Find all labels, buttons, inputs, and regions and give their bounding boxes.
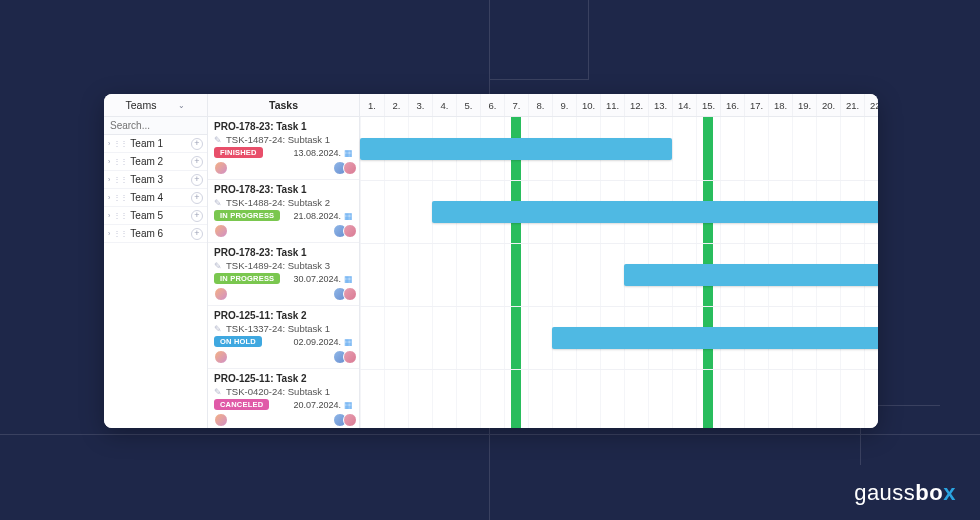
drag-grip-icon[interactable]: ⋮⋮	[113, 193, 127, 202]
day-header-17: 17.	[744, 94, 768, 116]
timeline-header: 1.2.3.4.5.6.7.8.9.10.11.12.13.14.15.16.1…	[360, 94, 878, 116]
task-title: PRO-178-23: Task 1	[214, 184, 353, 195]
task-block-2: PRO-178-23: Task 1✎TSK-1488-24: Subtask …	[208, 180, 359, 243]
day-header-22: 22.	[864, 94, 878, 116]
add-icon[interactable]: +	[191, 192, 203, 204]
watcher-avatars[interactable]	[333, 161, 353, 175]
logo: gaussbox	[854, 480, 956, 506]
gantt-bar-4[interactable]	[552, 327, 878, 349]
team-row-5[interactable]: ›⋮⋮Team 5+	[104, 207, 207, 225]
drag-grip-icon[interactable]: ⋮⋮	[113, 175, 127, 184]
team-name: Team 4	[130, 192, 188, 203]
chevron-right-icon: ›	[108, 158, 110, 165]
day-header-11: 11.	[600, 94, 624, 116]
status-badge: IN PROGRESS	[214, 210, 280, 221]
day-header-16: 16.	[720, 94, 744, 116]
team-row-2[interactable]: ›⋮⋮Team 2+	[104, 153, 207, 171]
teams-dropdown[interactable]: Teams ⌄	[104, 94, 207, 116]
tasks-column-header: Tasks	[208, 94, 359, 116]
watcher-avatars[interactable]	[333, 287, 353, 301]
status-badge: FINISHED	[214, 147, 263, 158]
day-header-13: 13.	[648, 94, 672, 116]
team-row-6[interactable]: ›⋮⋮Team 6+	[104, 225, 207, 243]
team-row-3[interactable]: ›⋮⋮Team 3+	[104, 171, 207, 189]
gantt-cell	[480, 117, 504, 428]
drag-grip-icon[interactable]: ⋮⋮	[113, 229, 127, 238]
assignee-avatars[interactable]	[214, 413, 224, 427]
assignee-avatars[interactable]	[214, 287, 224, 301]
watcher-avatars[interactable]	[333, 413, 353, 427]
chevron-right-icon: ›	[108, 230, 110, 237]
gantt-area[interactable]	[360, 117, 878, 428]
day-header-20: 20.	[816, 94, 840, 116]
calendar-icon[interactable]: ▦	[344, 274, 353, 284]
edit-icon[interactable]: ✎	[214, 261, 222, 271]
day-header-18: 18.	[768, 94, 792, 116]
edit-icon[interactable]: ✎	[214, 135, 222, 145]
gantt-bar-3[interactable]	[624, 264, 878, 286]
task-title: PRO-125-11: Task 2	[214, 310, 353, 321]
assignee-avatars[interactable]	[214, 224, 224, 238]
team-name: Team 3	[130, 174, 188, 185]
subtask-label: TSK-1337-24: Subtask 1	[226, 323, 330, 334]
header-row: Teams ⌄ Tasks 1.2.3.4.5.6.7.8.9.10.11.12…	[104, 94, 878, 117]
add-icon[interactable]: +	[191, 174, 203, 186]
subtask-label: TSK-1489-24: Subtask 3	[226, 260, 330, 271]
calendar-icon[interactable]: ▦	[344, 400, 353, 410]
team-name: Team 1	[130, 138, 188, 149]
task-block-5: PRO-125-11: Task 2✎TSK-0420-24: Subtask …	[208, 369, 359, 428]
chevron-right-icon: ›	[108, 212, 110, 219]
chevron-right-icon: ›	[108, 140, 110, 147]
task-title: PRO-178-23: Task 1	[214, 121, 353, 132]
assignee-avatars[interactable]	[214, 161, 224, 175]
task-date: 20.07.2024. ▦	[293, 400, 353, 410]
drag-grip-icon[interactable]: ⋮⋮	[113, 157, 127, 166]
add-icon[interactable]: +	[191, 228, 203, 240]
gantt-bar-1[interactable]	[360, 138, 672, 160]
task-date: 30.07.2024. ▦	[293, 274, 353, 284]
add-icon[interactable]: +	[191, 156, 203, 168]
search-input[interactable]	[104, 117, 207, 135]
edit-icon[interactable]: ✎	[214, 387, 222, 397]
team-row-4[interactable]: ›⋮⋮Team 4+	[104, 189, 207, 207]
watcher-avatars[interactable]	[333, 350, 353, 364]
gantt-cell	[432, 117, 456, 428]
task-block-4: PRO-125-11: Task 2✎TSK-1337-24: Subtask …	[208, 306, 359, 369]
calendar-icon[interactable]: ▦	[344, 337, 353, 347]
gantt-cell	[576, 117, 600, 428]
status-badge: ON HOLD	[214, 336, 262, 347]
status-badge: CANCELED	[214, 399, 269, 410]
edit-icon[interactable]: ✎	[214, 198, 222, 208]
add-icon[interactable]: +	[191, 210, 203, 222]
task-date: 13.08.2024. ▦	[293, 148, 353, 158]
task-block-1: PRO-178-23: Task 1✎TSK-1487-24: Subtask …	[208, 117, 359, 180]
day-header-9: 9.	[552, 94, 576, 116]
day-header-5: 5.	[456, 94, 480, 116]
task-title: PRO-178-23: Task 1	[214, 247, 353, 258]
day-header-14: 14.	[672, 94, 696, 116]
day-header-8: 8.	[528, 94, 552, 116]
task-date: 02.09.2024. ▦	[293, 337, 353, 347]
subtask-label: TSK-0420-24: Subtask 1	[226, 386, 330, 397]
weekend-marker	[511, 117, 521, 428]
gantt-cell	[360, 117, 384, 428]
drag-grip-icon[interactable]: ⋮⋮	[113, 211, 127, 220]
drag-grip-icon[interactable]: ⋮⋮	[113, 139, 127, 148]
teams-sidebar: ›⋮⋮Team 1+›⋮⋮Team 2+›⋮⋮Team 3+›⋮⋮Team 4+…	[104, 117, 208, 428]
gantt-bar-2[interactable]	[432, 201, 878, 223]
calendar-icon[interactable]: ▦	[344, 148, 353, 158]
gantt-cell	[552, 117, 576, 428]
gantt-cell	[456, 117, 480, 428]
day-header-15: 15.	[696, 94, 720, 116]
task-date: 21.08.2024. ▦	[293, 211, 353, 221]
edit-icon[interactable]: ✎	[214, 324, 222, 334]
day-header-3: 3.	[408, 94, 432, 116]
day-header-1: 1.	[360, 94, 384, 116]
task-block-3: PRO-178-23: Task 1✎TSK-1489-24: Subtask …	[208, 243, 359, 306]
watcher-avatars[interactable]	[333, 224, 353, 238]
assignee-avatars[interactable]	[214, 350, 224, 364]
subtask-label: TSK-1488-24: Subtask 2	[226, 197, 330, 208]
team-row-1[interactable]: ›⋮⋮Team 1+	[104, 135, 207, 153]
calendar-icon[interactable]: ▦	[344, 211, 353, 221]
add-icon[interactable]: +	[191, 138, 203, 150]
